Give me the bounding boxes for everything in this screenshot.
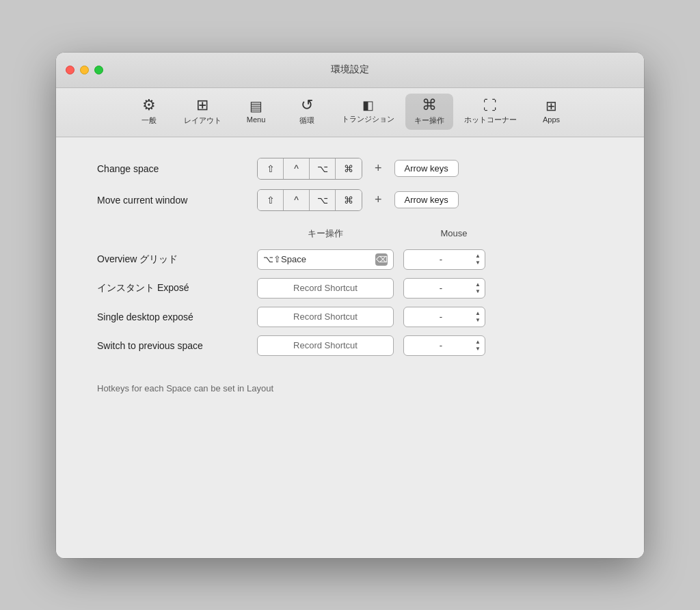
stepper-single[interactable]: ▲ ▼ bbox=[475, 310, 481, 323]
transition-icon: ◧ bbox=[362, 99, 374, 111]
toolbar-label-cycle: 循環 bbox=[299, 115, 314, 126]
hotkey-row-instant-expose: インスタント Exposé Record Shortcut - ▲ ▼ bbox=[97, 278, 603, 299]
hotkey-row-single-expose: Single desktop exposé Record Shortcut - … bbox=[97, 307, 603, 327]
toolbar-label-menu: Menu bbox=[247, 115, 266, 124]
stepper-up-single[interactable]: ▲ bbox=[475, 310, 481, 317]
menu-icon: ▤ bbox=[250, 99, 262, 113]
stepper-down-single[interactable]: ▼ bbox=[475, 317, 481, 324]
minimize-button[interactable] bbox=[80, 66, 89, 74]
toolbar-item-general[interactable]: ⚙ 一般 bbox=[125, 94, 173, 130]
col-header-mouse: Mouse bbox=[413, 228, 495, 238]
move-window-row: Move current window ⇧ ^ ⌥ ⌘ + Arrow keys bbox=[97, 189, 603, 211]
key-shift-2: ⇧ bbox=[258, 190, 284, 210]
key-cmd-2: ⌘ bbox=[336, 190, 362, 210]
cycle-icon: ↺ bbox=[301, 98, 313, 113]
cmd-icon: ⌘ bbox=[422, 98, 437, 113]
mouse-dropdown-single[interactable]: - ▲ ▼ bbox=[403, 307, 485, 327]
toolbar-label-keyop: キー操作 bbox=[414, 115, 444, 126]
change-space-label: Change space bbox=[97, 163, 247, 174]
toolbar-label-general: 一般 bbox=[142, 115, 157, 126]
toolbar-item-layout[interactable]: ⊞ レイアウト bbox=[176, 94, 230, 130]
record-shortcut-button-prev[interactable]: Record Shortcut bbox=[257, 335, 394, 356]
toolbar-label-layout: レイアウト bbox=[184, 115, 221, 126]
change-space-row: Change space ⇧ ^ ⌥ ⌘ + Arrow keys bbox=[97, 158, 603, 180]
toolbar-item-hotcorner[interactable]: ⛶ ホットコーナー bbox=[456, 94, 525, 129]
shortcut-text-overview: ⌥⇧Space bbox=[263, 254, 306, 264]
toolbar-item-menu[interactable]: ▤ Menu bbox=[232, 95, 280, 128]
toolbar-label-hotcorner: ホットコーナー bbox=[464, 115, 517, 125]
move-window-label: Move current window bbox=[97, 195, 247, 206]
toolbar-label-transition: トランジション bbox=[342, 114, 394, 124]
key-shift: ⇧ bbox=[258, 158, 284, 179]
move-window-key-combo: ⇧ ^ ⌥ ⌘ bbox=[257, 189, 362, 211]
hotkeys-note: Hotkeys for each Space can be set in Lay… bbox=[97, 383, 603, 393]
key-cmd: ⌘ bbox=[336, 158, 362, 179]
col-header-keyop: キー操作 bbox=[257, 227, 394, 240]
key-opt: ⌥ bbox=[310, 158, 336, 179]
toolbar: ⚙ 一般 ⊞ レイアウト ▤ Menu ↺ 循環 ◧ トランジション ⌘ キー操… bbox=[56, 88, 644, 137]
stepper-down-instant[interactable]: ▼ bbox=[475, 288, 481, 295]
titlebar: 環境設定 bbox=[56, 53, 644, 88]
stepper-overview[interactable]: ▲ ▼ bbox=[475, 253, 481, 266]
toolbar-label-apps: Apps bbox=[543, 115, 560, 124]
toolbar-item-transition[interactable]: ◧ トランジション bbox=[334, 95, 403, 128]
hotkey-row-prev-space: Switch to previous space Record Shortcut… bbox=[97, 335, 603, 356]
arrow-keys-button-1[interactable]: Arrow keys bbox=[394, 160, 459, 177]
key-ctrl: ^ bbox=[284, 158, 310, 179]
hotkey-label-overview: Overview グリッド bbox=[97, 253, 247, 266]
stepper-instant[interactable]: ▲ ▼ bbox=[475, 281, 481, 294]
change-space-key-combo: ⇧ ^ ⌥ ⌘ bbox=[257, 158, 362, 180]
plus-sign-2: + bbox=[375, 193, 382, 207]
close-button[interactable] bbox=[66, 66, 75, 74]
stepper-up-instant[interactable]: ▲ bbox=[475, 281, 481, 288]
stepper-up-prev[interactable]: ▲ bbox=[475, 339, 481, 346]
hotkey-row-overview: Overview グリッド ⌥⇧Space ⌫ - ▲ ▼ bbox=[97, 249, 603, 270]
stepper-down-overview[interactable]: ▼ bbox=[475, 260, 481, 266]
shortcut-field-overview[interactable]: ⌥⇧Space ⌫ bbox=[257, 249, 394, 270]
hotkey-label-single-expose: Single desktop exposé bbox=[97, 311, 247, 322]
window-title: 環境設定 bbox=[331, 64, 369, 76]
key-ctrl-2: ^ bbox=[284, 190, 310, 210]
record-shortcut-button-instant[interactable]: Record Shortcut bbox=[257, 278, 394, 299]
shortcut-clear-overview[interactable]: ⌫ bbox=[375, 253, 388, 266]
column-headers: キー操作 Mouse bbox=[97, 227, 603, 240]
mouse-value-single: - bbox=[408, 311, 474, 322]
traffic-lights bbox=[66, 66, 103, 74]
toolbar-item-apps[interactable]: ⊞ Apps bbox=[528, 95, 576, 128]
toolbar-item-keyop[interactable]: ⌘ キー操作 bbox=[405, 94, 453, 130]
arrow-keys-button-2[interactable]: Arrow keys bbox=[394, 191, 459, 208]
mouse-dropdown-prev[interactable]: - ▲ ▼ bbox=[403, 335, 485, 356]
grid-icon: ⊞ bbox=[196, 98, 208, 113]
maximize-button[interactable] bbox=[94, 66, 103, 74]
stepper-up-overview[interactable]: ▲ bbox=[475, 253, 481, 260]
hotkey-label-instant-expose: インスタント Exposé bbox=[97, 282, 247, 294]
main-window: 環境設定 ⚙ 一般 ⊞ レイアウト ▤ Menu ↺ 循環 ◧ トランジション … bbox=[56, 53, 644, 558]
apps-icon: ⊞ bbox=[546, 99, 557, 113]
content-area: Change space ⇧ ^ ⌥ ⌘ + Arrow keys Move c… bbox=[56, 137, 644, 558]
mouse-dropdown-overview[interactable]: - ▲ ▼ bbox=[403, 249, 485, 270]
stepper-down-prev[interactable]: ▼ bbox=[475, 346, 481, 352]
hotcorner-icon: ⛶ bbox=[483, 98, 497, 112]
record-shortcut-button-single[interactable]: Record Shortcut bbox=[257, 307, 394, 327]
mouse-dropdown-instant[interactable]: - ▲ ▼ bbox=[403, 278, 485, 299]
note-text: Hotkeys for each Space can be set in Lay… bbox=[97, 383, 273, 393]
stepper-prev[interactable]: ▲ ▼ bbox=[475, 339, 481, 352]
mouse-value-prev: - bbox=[408, 340, 474, 350]
mouse-value-instant: - bbox=[408, 283, 474, 293]
key-opt-2: ⌥ bbox=[310, 190, 336, 210]
hotkey-label-prev-space: Switch to previous space bbox=[97, 340, 247, 351]
mouse-value-overview: - bbox=[408, 254, 474, 264]
plus-sign-1: + bbox=[375, 161, 382, 176]
toolbar-item-cycle[interactable]: ↺ 循環 bbox=[283, 94, 331, 130]
gear-icon: ⚙ bbox=[142, 98, 156, 113]
